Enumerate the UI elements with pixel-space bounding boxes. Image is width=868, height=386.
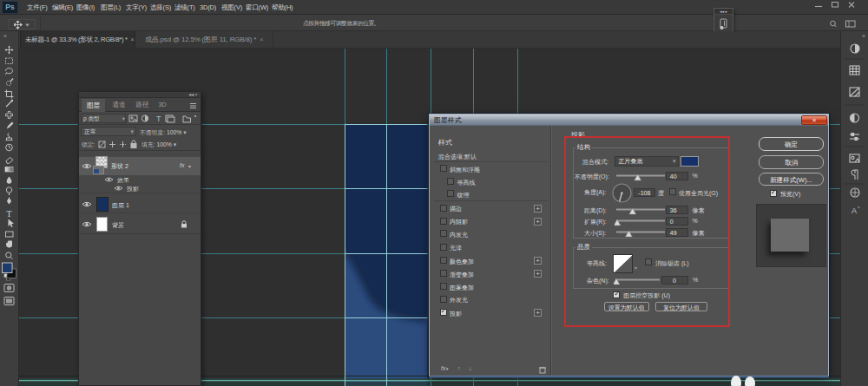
svg-text:T: T (6, 209, 12, 219)
svg-text:A: A (852, 206, 857, 215)
svg-text:T: T (156, 114, 161, 123)
svg-text:»: » (862, 33, 865, 39)
svg-text:»: » (3, 33, 7, 39)
